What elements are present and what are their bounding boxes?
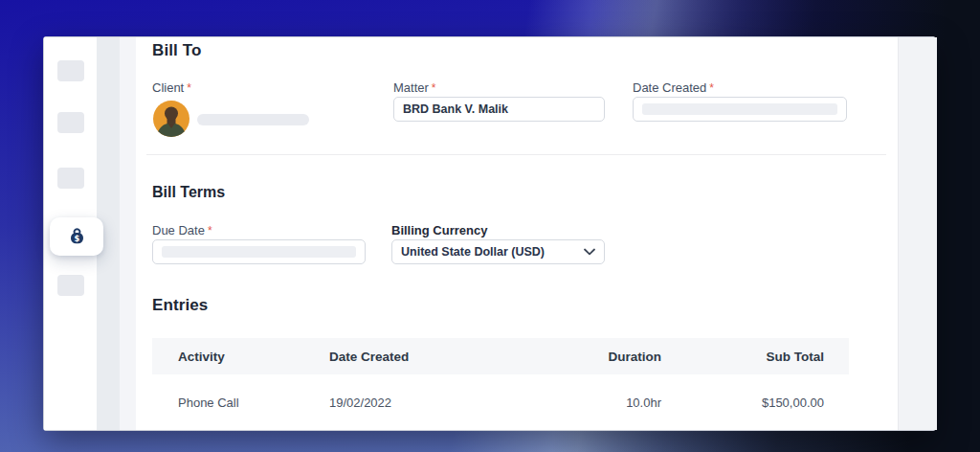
table-row[interactable]: Phone Call 19/02/2022 10.0hr $150,00.00 [152,374,849,430]
section-title-bill-terms: Bill Terms [152,184,225,201]
client-name-skeleton [197,114,309,125]
section-divider [146,154,886,155]
cell-date-created: 19/02/2022 [329,396,501,410]
entries-table-header: Activity Date Created Duration Sub Total [152,338,849,374]
column-header-date-created: Date Created [329,350,501,364]
date-created-input[interactable] [633,97,847,122]
billing-currency-select[interactable]: United State Dollar (USD) [391,239,605,264]
app-window: $ Bill To Client* [43,36,936,431]
invoice-form: Bill To Client* Matter* [44,37,898,430]
required-asterisk: * [432,81,436,95]
svg-text:$: $ [74,233,79,242]
matter-label: Matter* [393,80,436,95]
cell-duration: 10.0hr [501,396,661,410]
due-date-input[interactable] [152,239,366,264]
billing-currency-label: Billing Currency [391,223,487,237]
avatar [153,101,189,137]
date-created-label: Date Created* [633,80,714,95]
required-asterisk: * [709,81,714,95]
column-header-activity: Activity [178,350,329,364]
required-asterisk: * [208,224,212,237]
due-date-label: Due Date* [152,223,212,237]
cell-sub-total: $150,00.00 [661,396,824,410]
date-created-skeleton [642,103,837,115]
billing-currency-value: United State Dollar (USD) [401,245,545,259]
money-bag-icon: $ [67,227,87,247]
page-background: $ Bill To Client* [0,0,980,452]
section-title-entries: Entries [152,296,208,315]
matter-input[interactable] [403,102,595,116]
column-header-sub-total: Sub Total [661,350,824,364]
right-scroll-strip[interactable] [898,37,937,430]
required-asterisk: * [187,81,191,95]
sidebar-item-billing[interactable]: $ [50,217,103,256]
matter-input-wrap [393,97,605,122]
due-date-skeleton [162,246,356,258]
client-label: Client* [152,80,191,95]
chevron-down-icon [584,248,595,256]
section-title-bill-to: Bill To [152,41,201,60]
cell-activity: Phone Call [178,396,329,410]
column-header-duration: Duration [501,350,661,364]
